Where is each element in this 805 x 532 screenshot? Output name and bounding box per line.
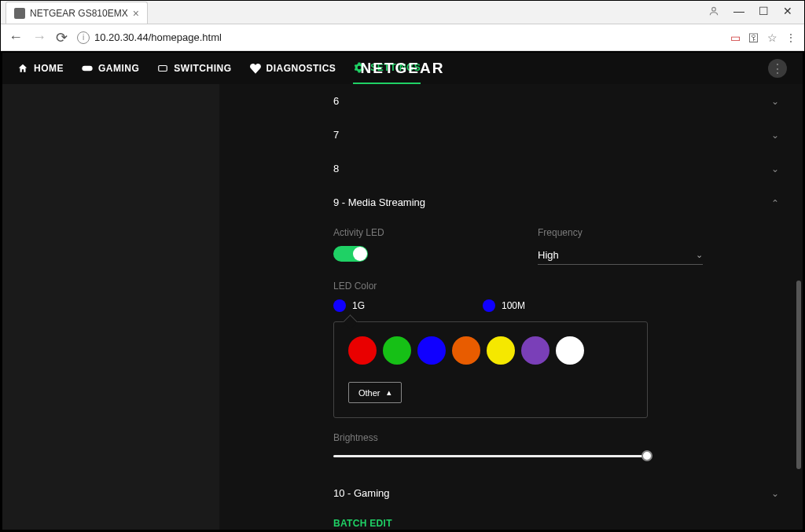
slider-thumb[interactable] [641,450,652,461]
port-settings-panel: Activity LED Frequency High ⌄ LED Color [333,219,779,462]
frequency-select[interactable]: High ⌄ [538,246,703,265]
nav-switching-label: SWITCHING [174,63,231,74]
top-nav: HOME GAMING SWITCHING DIAGNOSTICS SETTIN… [2,53,803,84]
chevron-up-icon: ⌄ [771,197,779,208]
color-swatch-orange[interactable] [452,336,480,365]
nav-diagnostics-label: DIAGNOSTICS [266,63,336,74]
port-row-6[interactable]: 6 ⌄ [333,84,677,118]
port-label: 8 [333,163,339,174]
caret-up-icon: ▴ [387,387,391,398]
tab-close-icon[interactable]: × [133,7,139,20]
favicon-icon [14,8,25,19]
site-info-icon[interactable]: i [77,31,90,44]
port-row-10[interactable]: 10 - Gaming ⌄ [333,476,677,510]
nav-switching[interactable]: SWITCHING [156,53,231,84]
svg-rect-2 [159,66,167,72]
port-row-7[interactable]: 7 ⌄ [333,118,677,152]
nav-gaming-label: GAMING [98,63,139,74]
color-dot-1g [333,299,346,312]
url-field[interactable]: i 10.20.30.44/homepage.html [77,31,721,44]
back-button[interactable]: ← [9,29,23,46]
other-color-button[interactable]: Other ▴ [348,382,402,403]
browser-tab[interactable]: NETGEAR GS810EMX × [6,2,148,24]
other-label: Other [358,388,380,398]
nav-diagnostics[interactable]: DIAGNOSTICS [249,53,336,84]
frequency-label: Frequency [538,227,703,238]
slider-track [333,455,648,457]
home-icon [17,62,29,75]
nav-home[interactable]: HOME [17,53,64,84]
maximize-button[interactable]: ☐ [759,5,769,17]
color-dot-100m [483,299,495,312]
port-label: 7 [333,129,339,141]
color-swatch-green[interactable] [383,336,411,365]
svg-point-0 [712,7,716,11]
color-swatch-yellow[interactable] [487,336,515,365]
svg-rect-1 [82,66,92,72]
browser-tabbar: NETGEAR GS810EMX × [1,1,804,24]
sidebar [2,84,219,530]
port-row-8[interactable]: 8 ⌄ [333,152,677,185]
reload-button[interactable]: ⟳ [56,29,68,46]
led-100m-label: 100M [502,300,525,311]
port-label: 9 - Media Streaming [333,196,425,208]
port-row-9[interactable]: 9 - Media Streaming ⌄ [333,185,677,219]
tab-title: NETGEAR GS810EMX [30,8,128,19]
more-menu-button[interactable]: ⋮ [768,59,787,78]
scrollbar-thumb[interactable] [796,281,801,469]
chevron-down-icon: ⌄ [771,488,779,499]
brand-logo: NETGEAR [361,60,445,77]
batch-edit-link[interactable]: BATCH EDIT [333,510,795,530]
chevron-down-icon: ⌄ [771,130,779,141]
address-bar: ← → ⟳ i 10.20.30.44/homepage.html ▭ ⚿ ☆ … [1,24,804,51]
bookmark-star-icon[interactable]: ☆ [767,31,777,44]
port-label: 10 - Gaming [333,487,390,499]
led-color-label: LED Color [333,281,779,292]
gamepad-icon [81,62,94,75]
activity-led-toggle[interactable] [333,246,368,262]
led-1g[interactable]: 1G [333,299,365,312]
user-icon[interactable] [708,6,719,17]
color-swatch-red[interactable] [348,336,377,365]
color-swatch-blue[interactable] [417,336,446,365]
chevron-down-icon: ⌄ [696,250,703,260]
forward-button[interactable]: → [32,29,46,46]
chevron-down-icon: ⌄ [771,96,779,107]
port-label: 6 [333,95,339,107]
close-button[interactable]: ✕ [783,5,792,17]
color-swatch-white[interactable] [556,336,584,365]
minimize-button[interactable]: — [733,5,744,17]
color-swatch-purple[interactable] [521,336,550,365]
brightness-slider[interactable] [333,451,648,462]
extension-icon[interactable]: ▭ [730,31,741,44]
switch-icon [156,62,169,75]
frequency-value: High [538,249,559,261]
led-1g-label: 1G [352,300,365,311]
browser-menu-icon[interactable]: ⋮ [785,31,796,44]
main-panel: 6 ⌄ 7 ⌄ 8 ⌄ 9 - Media Streaming ⌄ [219,84,803,530]
key-icon[interactable]: ⚿ [748,31,759,44]
heartbeat-icon [249,62,262,75]
url-text: 10.20.30.44/homepage.html [94,31,222,43]
nav-gaming[interactable]: GAMING [81,53,139,84]
led-100m[interactable]: 100M [483,299,525,312]
nav-home-label: HOME [34,63,64,74]
window-titlebar: — ☐ ✕ [702,3,799,19]
activity-led-label: Activity LED [333,227,491,238]
chevron-down-icon: ⌄ [771,163,779,174]
color-picker: Other ▴ [333,321,648,418]
brightness-label: Brightness [333,432,648,443]
